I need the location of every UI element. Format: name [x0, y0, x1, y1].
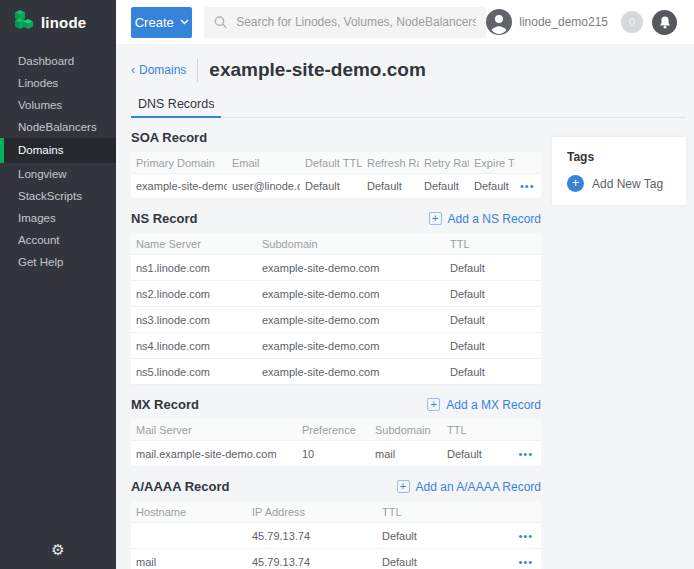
add-new-tag-button[interactable]: + Add New Tag — [567, 175, 686, 192]
username-label[interactable]: linode_demo215 — [519, 15, 608, 29]
mx-section-title: MX Record — [131, 397, 199, 412]
cell: ns5.linode.com — [131, 366, 257, 378]
linode-logo[interactable]: linode — [0, 0, 116, 44]
cell: ns1.linode.com — [131, 262, 257, 274]
table-row: ns3.linode.comexample-site-demo.comDefau… — [131, 306, 541, 332]
sidebar-nav: DashboardLinodesVolumesNodeBalancersDoma… — [0, 50, 116, 273]
a-section-header: A/AAAA Record + Add an A/AAAA Record — [131, 478, 541, 495]
soa-section-header: SOA Record — [131, 129, 541, 146]
column-header: Preference — [297, 424, 370, 436]
soa-table: Primary DomainEmailDefault TTLRefresh Ra… — [131, 152, 541, 199]
column-header: Default TTL — [300, 157, 362, 169]
add-ns-record-button[interactable]: + Add a NS Record — [429, 212, 541, 226]
sidebar-item-stackscripts[interactable]: StackScripts — [0, 185, 116, 207]
column-header: Subdomain — [370, 424, 442, 436]
tags-panel: Tags + Add New Tag — [552, 137, 686, 205]
cell: ns3.linode.com — [131, 314, 257, 326]
cell: user@linode.com — [227, 180, 300, 192]
column-header: TTL — [442, 424, 510, 436]
back-chevron-icon: ‹ — [131, 63, 135, 77]
cell: Default — [445, 340, 541, 352]
person-icon — [486, 9, 512, 35]
table-row: example-site-demo.comuser@linode.comDefa… — [131, 173, 541, 198]
cell: example-site-demo.com — [257, 288, 445, 300]
cell: Default — [445, 262, 541, 274]
tab-bar: DNS Records — [131, 93, 686, 118]
row-actions-menu[interactable]: ••• — [507, 556, 541, 568]
table-header-row: Name ServerSubdomainTTL — [131, 233, 541, 254]
settings-gear-icon[interactable]: ⚙ — [51, 541, 64, 558]
row-actions-menu[interactable]: ••• — [507, 530, 541, 542]
ns-table: Name ServerSubdomainTTLns1.linode.comexa… — [131, 233, 541, 385]
sidebar-item-linodes[interactable]: Linodes — [0, 72, 116, 94]
row-actions-menu[interactable]: ••• — [510, 448, 541, 460]
add-a-record-label: Add an A/AAAA Record — [416, 480, 541, 494]
add-mx-record-label: Add a MX Record — [446, 398, 541, 412]
cell: mail — [131, 556, 247, 568]
search-icon — [214, 15, 228, 30]
notification-count-badge[interactable]: 0 — [621, 11, 643, 33]
cell: mail.example-site-demo.com — [131, 448, 297, 460]
column-header: Email — [227, 157, 300, 169]
cell: Default — [445, 288, 541, 300]
cell: Default — [442, 448, 510, 460]
sidebar-item-account[interactable]: Account — [0, 229, 116, 251]
column-header: Retry Rate — [419, 157, 469, 169]
column-header: TTL — [377, 506, 507, 518]
column-header: IP Address — [247, 506, 377, 518]
sidebar-item-nodebalancers[interactable]: NodeBalancers — [0, 116, 116, 138]
sidebar-item-volumes[interactable]: Volumes — [0, 94, 116, 116]
breadcrumb: ‹ Domains example-site-demo.com — [131, 58, 694, 82]
mx-section-header: MX Record + Add a MX Record — [131, 396, 541, 413]
cell: Default — [362, 180, 419, 192]
column-header: Subdomain — [257, 238, 445, 250]
page-title: example-site-demo.com — [209, 59, 425, 81]
top-bar: Create linode_demo215 0 — [116, 0, 694, 44]
main-content: ‹ Domains example-site-demo.com DNS Reco… — [116, 44, 694, 569]
a-table: HostnameIP AddressTTL45.79.13.74Default•… — [131, 501, 541, 569]
column-header: Expire Time — [469, 157, 515, 169]
sidebar-item-longview[interactable]: Longview — [0, 163, 116, 185]
chevron-down-icon — [180, 19, 189, 25]
column-header: TTL — [445, 238, 541, 250]
column-header: Mail Server — [131, 424, 297, 436]
linode-cloud-manager: linode DashboardLinodesVolumesNodeBalanc… — [0, 0, 694, 569]
sidebar-item-domains[interactable]: Domains — [0, 138, 116, 163]
sidebar-item-get-help[interactable]: Get Help — [0, 251, 116, 273]
column-header: Primary Domain — [131, 157, 227, 169]
breadcrumb-back-label: Domains — [139, 63, 186, 77]
user-avatar[interactable] — [486, 9, 512, 35]
user-cluster: linode_demo215 0 — [486, 9, 677, 35]
cell: example-site-demo.com — [131, 180, 227, 192]
plus-box-icon: + — [429, 212, 442, 225]
cell: Default — [469, 180, 515, 192]
sidebar-item-dashboard[interactable]: Dashboard — [0, 50, 116, 72]
row-actions-menu[interactable]: ••• — [515, 180, 541, 192]
sidebar-footer: ⚙ — [0, 541, 116, 559]
cell: 45.79.13.74 — [247, 530, 377, 542]
logo-text: linode — [41, 14, 86, 31]
cell: mail — [370, 448, 442, 460]
cell: Default — [419, 180, 469, 192]
cell: example-site-demo.com — [257, 340, 445, 352]
create-button[interactable]: Create — [131, 7, 192, 38]
breadcrumb-back-link[interactable]: ‹ Domains — [131, 63, 186, 77]
cell: ns2.linode.com — [131, 288, 257, 300]
add-a-record-button[interactable]: + Add an A/AAAA Record — [397, 480, 541, 494]
cell: example-site-demo.com — [257, 262, 445, 274]
table-row: ns1.linode.comexample-site-demo.comDefau… — [131, 254, 541, 280]
records-column: SOA Record Primary DomainEmailDefault TT… — [131, 129, 541, 569]
soa-section-title: SOA Record — [131, 130, 207, 145]
notifications-button[interactable] — [652, 10, 677, 35]
tags-panel-title: Tags — [567, 150, 686, 164]
search-input[interactable] — [236, 15, 476, 29]
table-row: mail45.79.13.74Default••• — [131, 548, 541, 569]
add-mx-record-button[interactable]: + Add a MX Record — [427, 398, 541, 412]
tab-dns-records[interactable]: DNS Records — [131, 93, 221, 118]
add-ns-record-label: Add a NS Record — [448, 212, 541, 226]
breadcrumb-divider — [197, 58, 198, 82]
a-section-title: A/AAAA Record — [131, 479, 229, 494]
cell: Default — [445, 314, 541, 326]
sidebar: linode DashboardLinodesVolumesNodeBalanc… — [0, 0, 116, 569]
sidebar-item-images[interactable]: Images — [0, 207, 116, 229]
